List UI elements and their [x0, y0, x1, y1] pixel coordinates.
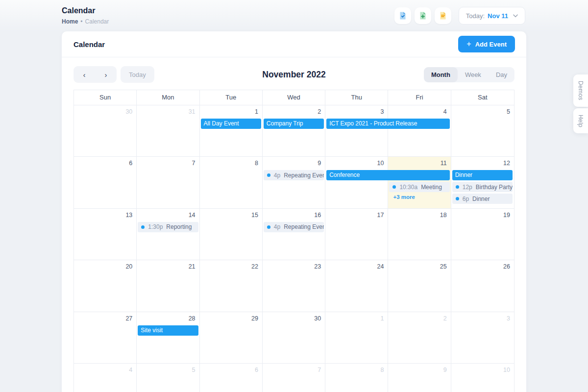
calendar-event[interactable]: 12pBirthday Party — [452, 182, 513, 192]
calendar-event[interactable]: All Day Event — [201, 119, 261, 129]
day-cell[interactable]: 17 — [325, 209, 388, 260]
day-cell[interactable]: 4 — [74, 364, 137, 392]
nav-arrow-group: ‹ › — [74, 66, 117, 83]
breadcrumb-home[interactable]: Home — [62, 18, 78, 25]
event-time: 12p — [463, 184, 472, 191]
prev-month-button[interactable]: ‹ — [74, 66, 95, 83]
day-cell[interactable]: 4 — [388, 105, 451, 157]
date-number: 4 — [443, 108, 447, 115]
day-cell[interactable]: 20 — [74, 260, 137, 312]
calendar-event[interactable]: Dinner — [452, 170, 513, 180]
side-tab-help[interactable]: Help — [573, 108, 588, 134]
day-cell[interactable]: 6 — [200, 364, 263, 392]
day-cell[interactable]: 9 — [388, 364, 451, 392]
date-number: 6 — [129, 160, 132, 167]
date-number: 25 — [440, 263, 447, 270]
day-cell[interactable]: 19 — [451, 209, 514, 260]
file-check-icon[interactable] — [394, 7, 411, 24]
day-cell[interactable]: 6 — [74, 157, 137, 208]
day-cell[interactable]: 26 — [451, 260, 514, 312]
day-cell[interactable]: 30 — [263, 312, 325, 364]
calendar-event[interactable]: 10:30aMeeting — [389, 182, 449, 192]
date-number: 3 — [507, 315, 510, 322]
week-row: 131415161718191:30pReporting4pRepeating … — [74, 209, 514, 260]
day-cell[interactable]: 13 — [74, 209, 137, 260]
day-cell[interactable]: 10 — [451, 364, 514, 392]
calendar-event[interactable]: 6pDinner — [452, 194, 513, 204]
calendar-event[interactable]: 4pRepeating Event — [264, 222, 324, 232]
date-number: 6 — [255, 367, 258, 373]
event-dot — [141, 225, 145, 229]
day-cell[interactable]: 2 — [388, 312, 451, 364]
date-number: 19 — [503, 212, 510, 219]
day-cell[interactable]: 30 — [74, 105, 137, 157]
view-week[interactable]: Week — [458, 67, 489, 82]
day-cell[interactable]: 10 — [325, 157, 388, 208]
more-events-link[interactable]: +3 more — [389, 194, 415, 200]
day-header-row: SunMonTueWedThuFriSat — [74, 90, 514, 105]
day-cell[interactable]: 8 — [200, 157, 263, 208]
day-cell[interactable]: 7 — [137, 157, 199, 208]
day-cell[interactable]: 1 — [200, 105, 263, 157]
calendar-event[interactable]: 4pRepeating Event — [264, 170, 324, 180]
week-row: 303112345All Day EventCompany TripICT Ex… — [74, 105, 514, 157]
day-cell[interactable]: 25 — [388, 260, 451, 312]
date-number: 18 — [440, 212, 447, 219]
event-title: Meeting — [421, 184, 442, 191]
day-cell[interactable]: 3 — [451, 312, 514, 364]
file-add-icon[interactable] — [415, 7, 431, 24]
day-cell[interactable]: 18 — [388, 209, 451, 260]
calendar-event[interactable]: Site visit — [138, 325, 198, 336]
day-cell[interactable]: 1 — [325, 312, 388, 364]
date-number: 20 — [125, 263, 132, 270]
day-cell[interactable]: 22 — [200, 260, 263, 312]
week-row: 45678910 — [74, 364, 514, 392]
event-title: Repeating Event — [284, 223, 324, 230]
day-cell[interactable]: 29 — [200, 312, 263, 364]
calendar-event[interactable]: Company Trip — [264, 119, 324, 129]
side-tab-label: Demos — [577, 74, 584, 107]
day-cell[interactable]: 8 — [325, 364, 388, 392]
view-day[interactable]: Day — [489, 67, 514, 82]
day-cell[interactable]: 5 — [137, 364, 199, 392]
date-number: 9 — [318, 160, 321, 167]
next-month-button[interactable]: › — [95, 66, 117, 83]
date-number: 8 — [380, 367, 384, 373]
day-cell[interactable]: 16 — [263, 209, 325, 260]
event-title: Repeating Event — [284, 172, 324, 179]
date-picker-button[interactable]: Today: Nov 11 — [459, 7, 525, 24]
side-tab-demos[interactable]: Demos — [573, 74, 588, 107]
day-cell[interactable]: 5 — [451, 105, 514, 157]
breadcrumb-separator: • — [80, 18, 82, 25]
calendar-event[interactable]: Conference — [326, 170, 450, 180]
today-button[interactable]: Today — [121, 66, 154, 83]
day-cell[interactable]: 28 — [137, 312, 199, 364]
file-text-icon[interactable] — [435, 7, 451, 24]
add-event-button[interactable]: + Add Event — [458, 36, 515, 52]
date-number: 12 — [503, 160, 510, 167]
week-row: 20212223242526 — [74, 260, 514, 312]
day-cell[interactable]: 3 — [325, 105, 388, 157]
day-cell[interactable]: 21 — [137, 260, 199, 312]
calendar-event[interactable]: 1:30pReporting — [138, 222, 198, 232]
date-number: 27 — [125, 315, 132, 322]
date-number: 26 — [503, 263, 510, 270]
event-time: 4p — [274, 223, 280, 230]
day-cell[interactable]: 31 — [137, 105, 199, 157]
day-cell[interactable]: 14 — [137, 209, 199, 260]
day-header-tue: Tue — [200, 90, 263, 105]
event-time: 6p — [463, 196, 469, 202]
day-cell[interactable]: 9 — [263, 157, 325, 208]
day-cell[interactable]: 7 — [263, 364, 325, 392]
event-title: Birthday Party — [476, 184, 513, 191]
weeks-container: 303112345All Day EventCompany TripICT Ex… — [74, 105, 514, 392]
day-cell[interactable]: 15 — [200, 209, 263, 260]
calendar-event[interactable]: ICT Expo 2021 - Product Release — [326, 119, 450, 129]
day-cell[interactable]: 23 — [263, 260, 325, 312]
view-month[interactable]: Month — [424, 67, 458, 82]
day-cell[interactable]: 27 — [74, 312, 137, 364]
day-cell[interactable]: 2 — [263, 105, 325, 157]
date-number: 11 — [441, 160, 447, 167]
calendar-grid: SunMonTueWedThuFriSat 303112345All Day E… — [74, 90, 514, 392]
day-cell[interactable]: 24 — [325, 260, 388, 312]
